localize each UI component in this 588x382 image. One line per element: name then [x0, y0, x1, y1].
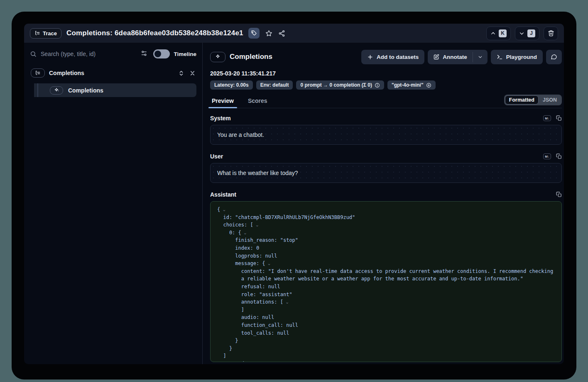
- circle-plus-icon[interactable]: [426, 83, 431, 88]
- timeline-toggle-label: Timeline: [174, 51, 196, 57]
- info-icon[interactable]: [375, 83, 380, 88]
- tag-button[interactable]: [248, 28, 260, 39]
- metric-badge: Env: default: [256, 80, 293, 90]
- generation-icon: [50, 86, 63, 95]
- timeline-toggle[interactable]: [153, 49, 170, 58]
- plus-icon: [367, 54, 373, 60]
- collapse-node-icon[interactable]: ⌄: [255, 222, 259, 227]
- system-section-title: System: [210, 115, 231, 122]
- nav-next-button[interactable]: J: [515, 27, 539, 40]
- copy-icon[interactable]: [556, 115, 562, 121]
- generation-icon: [210, 52, 225, 62]
- trace-type-badge: Trace: [30, 28, 61, 39]
- system-section-header: System M↓: [210, 115, 562, 122]
- tree-root-label: Completions: [49, 70, 84, 76]
- metric-badge-label: Latency: 0.00s: [214, 82, 249, 88]
- filter-settings-icon[interactable]: [140, 50, 147, 58]
- trace-tree-icon: [34, 30, 40, 36]
- metric-badge-label: Env: default: [260, 82, 289, 88]
- app-window: Trace Completions: 6dea86b6feae03db538e2…: [12, 12, 576, 380]
- format-toggle-json[interactable]: JSON: [539, 95, 561, 105]
- edit-icon: [433, 54, 439, 60]
- star-icon[interactable]: [265, 30, 272, 37]
- assistant-output-json-viewer: {⌄id: "chatcmpl-BD7XRulRhULb7NjGfeOkhN3B…: [210, 201, 562, 362]
- share-icon[interactable]: [278, 30, 285, 37]
- json-line: finish_reason: "stop": [217, 236, 555, 244]
- annotate-label: Annotate: [443, 54, 467, 60]
- add-to-datasets-button[interactable]: Add to datasets: [361, 50, 424, 64]
- metric-badge-label: "gpt-4o-mini": [392, 82, 424, 88]
- collapse-node-icon[interactable]: ⌄: [243, 230, 247, 235]
- metric-badge: 0 prompt → 0 completion (Σ 0): [296, 80, 384, 90]
- markdown-toggle-icon[interactable]: M↓: [543, 153, 551, 159]
- json-line: ]: [217, 352, 555, 360]
- observation-title-row: Completions Add to datasets Annotate: [210, 49, 562, 64]
- assistant-section-title: Assistant: [210, 191, 236, 198]
- add-to-datasets-label: Add to datasets: [377, 54, 419, 60]
- user-section-title: User: [210, 153, 223, 160]
- chevron-down-icon: [519, 31, 524, 36]
- top-header-bar: Trace Completions: 6dea86b6feae03db538e2…: [24, 24, 564, 43]
- search-input[interactable]: [41, 51, 138, 57]
- assistant-section-header: Assistant: [210, 191, 562, 198]
- markdown-toggle-icon[interactable]: M↓: [543, 115, 551, 121]
- trace-tree-sidebar: Timeline Completions: [24, 43, 203, 364]
- system-message-box: You are a chatbot.: [210, 125, 562, 145]
- copy-icon[interactable]: [556, 153, 562, 159]
- tree-item-trace-root[interactable]: Completions: [30, 68, 196, 78]
- page-title: Completions: 6dea86b6feae03db538e248b38e…: [66, 29, 243, 37]
- delete-trace-button[interactable]: [544, 27, 558, 40]
- json-line: }: [217, 345, 555, 353]
- detail-tabs: Preview Scores Formatted JSON: [210, 95, 562, 108]
- json-line: ]: [217, 306, 555, 314]
- user-message-box: What is the weather like today?: [210, 163, 562, 183]
- chevron-up-icon: [490, 31, 496, 36]
- nav-previous-button[interactable]: K: [486, 27, 511, 40]
- json-line: created: 1742462141: [217, 360, 555, 362]
- json-line: logprobs: null: [217, 252, 555, 260]
- comments-button[interactable]: [546, 50, 562, 64]
- tree-child-label: Completions: [68, 87, 103, 94]
- trash-icon: [548, 30, 554, 36]
- tab-preview[interactable]: Preview: [210, 95, 235, 108]
- observation-detail-panel: Completions Add to datasets Annotate: [203, 43, 564, 364]
- annotate-dropdown-button[interactable]: [473, 50, 488, 64]
- json-line: annotations: [⌄: [217, 298, 555, 306]
- user-section-header: User M↓: [210, 153, 562, 160]
- json-line: audio: null: [217, 314, 555, 321]
- keycap-j: J: [527, 29, 535, 37]
- collapse-all-icon[interactable]: [189, 70, 196, 76]
- tab-scores[interactable]: Scores: [246, 95, 269, 108]
- chevron-down-icon: [478, 54, 483, 60]
- json-line: }: [217, 337, 555, 345]
- json-line: 0: {⌄: [217, 229, 555, 237]
- collapse-node-icon[interactable]: ⌄: [222, 207, 226, 212]
- collapse-node-icon[interactable]: ⌄: [285, 299, 289, 304]
- expand-all-icon[interactable]: [178, 70, 184, 76]
- json-line: content: "I don't have real-time data ac…: [217, 268, 555, 283]
- metric-badge: Latency: 0.00s: [210, 80, 253, 90]
- tree-item-generation-selected[interactable]: Completions: [34, 83, 196, 97]
- json-line: tool_calls: null: [217, 329, 555, 337]
- playground-button[interactable]: Playground: [491, 50, 543, 64]
- metric-badge-label: 0 prompt → 0 completion (Σ 0): [300, 82, 372, 88]
- json-line: role: "assistant": [217, 291, 555, 299]
- format-toggle-formatted[interactable]: Formatted: [505, 95, 539, 105]
- json-line: index: 0: [217, 244, 555, 252]
- comment-bubble-icon: [551, 54, 557, 60]
- observation-timestamp: 2025-03-20 11:35:41.217: [210, 70, 562, 77]
- toggle-knob: [154, 51, 161, 57]
- keycap-k: K: [499, 29, 507, 37]
- app-body: Timeline Completions: [24, 43, 564, 364]
- format-toggle: Formatted JSON: [504, 95, 562, 105]
- collapse-node-icon[interactable]: ⌄: [267, 261, 271, 266]
- observation-title: Completions: [230, 53, 272, 61]
- sidebar-search-row: Timeline: [30, 49, 196, 58]
- annotate-button[interactable]: Annotate: [428, 50, 473, 64]
- json-line: id: "chatcmpl-BD7XRulRhULb7NjGfeOkhN3BB9…: [217, 214, 555, 221]
- tree-guide-line: [37, 83, 38, 97]
- trace-tree-icon: [31, 68, 45, 78]
- copy-icon[interactable]: [556, 192, 562, 197]
- metric-badges-row: Latency: 0.00sEnv: default0 prompt → 0 c…: [210, 80, 562, 90]
- json-line: function_call: null: [217, 321, 555, 329]
